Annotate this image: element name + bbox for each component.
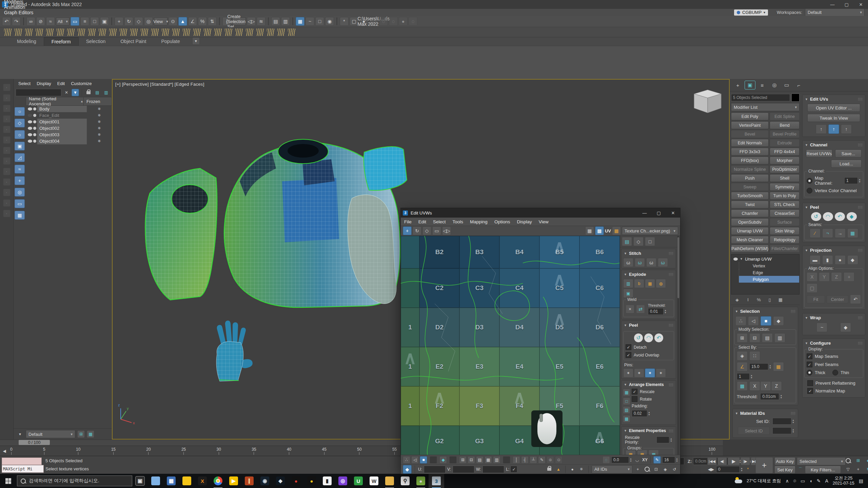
modifier-button[interactable]: OpenSubdiv [731,218,769,226]
panel-scrollbar[interactable] [677,236,679,455]
freeform-tool-icon[interactable] [214,28,222,36]
align-axis-button[interactable]: X [807,272,817,282]
tweak-in-view-button[interactable]: Tweak In View [807,114,860,122]
uv-face-mode-icon[interactable]: ■ [420,456,427,464]
dialog-close-button[interactable]: ✕ [666,209,680,217]
dock-tool-icon[interactable]: · [3,168,11,175]
separator[interactable] [449,456,457,464]
freeform-tool-icon[interactable] [162,28,169,36]
create-tab[interactable]: + [732,81,743,89]
frozen-column-header[interactable]: Frozen [83,97,112,105]
field-of-view-icon[interactable]: ▽ [844,466,852,473]
stitch-source-icon[interactable]: ω [635,258,645,267]
modify-tab[interactable]: ▣ [745,81,755,89]
freeform-tool-icon[interactable] [67,28,75,36]
visibility-eye-icon[interactable] [28,114,32,117]
ring-icon[interactable]: ▥ [774,333,785,343]
modifier-button[interactable]: VertexPaint [731,121,769,129]
dialog-menu-item[interactable]: Tools [449,219,467,224]
loop-icon[interactable]: ▤ [762,333,773,343]
modifier-button[interactable]: Edit Spline [770,113,800,120]
align-icon[interactable]: ≋ [257,17,265,26]
align-normal-icon[interactable]: + [844,272,854,282]
undo-icon[interactable]: ↶ [2,17,11,26]
frozen-icon[interactable] [97,133,102,137]
thick-radio[interactable] [807,370,812,375]
stitch-custom-icon[interactable]: ω [646,258,656,267]
uv-edge-mode-icon[interactable]: ◁ [411,456,419,464]
smoothing-group-spinner[interactable]: 1▲▼ [737,373,753,380]
light-toggle-3-icon[interactable]: ● [399,17,408,26]
ribbon-tab[interactable]: Object Paint [113,37,154,46]
light-toggle-2-icon[interactable]: ◌ [389,17,398,26]
ignore-backfacing-icon[interactable]: ∷ [749,351,760,361]
dialog-menu-item[interactable]: Display [513,219,535,224]
ribbon-tab[interactable]: Modeling [9,37,44,46]
pan-icon[interactable]: + [634,466,642,473]
selection-filter-dropdown[interactable]: All [56,17,70,25]
modifier-button[interactable]: Extrude [770,139,800,147]
dialog-minimize-button[interactable]: — [637,209,652,217]
uv-scale-icon[interactable]: ◇ [422,226,431,235]
taskbar-search[interactable]: 검색하려면 여기에 입력하십시오. [17,475,132,486]
polygon-mode-icon[interactable]: ■ [761,316,771,326]
dialog-menu-item[interactable]: Select [430,219,449,224]
freeform-tool-icon[interactable] [267,28,274,36]
modifier-button[interactable]: Bevel [731,130,769,138]
rescale-checkbox[interactable] [632,389,637,394]
modifier-button[interactable]: Edit Normals [731,139,769,147]
ribbon-options-icon[interactable]: ▾ [192,37,200,45]
object-name[interactable]: Object003 [37,131,87,138]
explorer-menu-item[interactable]: Display [34,80,54,87]
axis-button[interactable]: Z [771,381,782,391]
edge-shrink-icon[interactable]: ┴ [530,456,537,464]
normalize-map-checkbox[interactable] [807,388,813,394]
explorer-menu-item[interactable]: Select [16,80,33,87]
uv-editor-canvas[interactable]: B2B3B4B5B6C2C3C4C5C61D2D3D4D5D61E2E3E4E5… [401,236,620,455]
explorer-preset-dropdown[interactable]: Default [26,430,75,438]
go-to-start-button[interactable]: |◀◀ [707,457,717,465]
angle-snap-icon[interactable]: ∠ [188,17,197,26]
visibility-eye-icon[interactable] [28,127,32,130]
window-crossing-icon[interactable]: ▣ [100,17,109,26]
make-unique-icon[interactable]: % [755,296,763,303]
app-notepad[interactable] [148,474,163,488]
app-wacom[interactable]: W [366,474,382,488]
viewport-label[interactable]: [+] [Perspective] [Standard*] [Edged Fac… [115,82,204,87]
element-by-icon[interactable]: ◆ [773,316,784,326]
stitch-header[interactable]: ▼Stitch [622,249,676,257]
wrap-header[interactable]: ▼Wrap [803,313,865,321]
freeform-tool-icon[interactable] [183,28,190,36]
modifier-button[interactable]: Bend [770,121,800,129]
previous-frame-button[interactable]: ◀| [717,457,727,465]
select-loop-icon[interactable]: ▤ [476,456,484,464]
visibility-eye-icon[interactable] [28,140,32,143]
stack-modifier[interactable]: Unwrap UVW [745,257,772,262]
modifier-button[interactable]: TurboSmooth [731,192,769,200]
element-properties-header[interactable]: ▼Element Properties [622,427,676,434]
hide-icon[interactable]: ▲ [555,466,562,473]
app-file-explorer[interactable] [382,474,397,488]
flatten-by-material-icon[interactable]: ◍ [656,279,666,288]
layer-explorer-icon[interactable]: ▥ [281,17,290,26]
scene-object-row[interactable]: Object003 [26,131,112,138]
box-map-icon[interactable]: ◆ [847,255,858,265]
create-selection-set-dropdown[interactable]: Create Selection Set [232,17,246,25]
separator[interactable] [503,456,510,464]
freeform-tool-icon[interactable] [4,28,12,36]
threshold-spinner[interactable]: 0.01cm▲▼ [760,393,782,400]
object-name-field[interactable]: 5 Objects Selected [731,94,790,101]
prevent-reflattening-checkbox[interactable] [807,380,813,386]
expand-all-icon[interactable]: ▤ [94,89,101,96]
frozen-icon[interactable] [97,126,102,131]
display-lights-icon[interactable]: ☼ [15,130,25,139]
object-name[interactable]: Body [37,106,87,112]
maximize-button[interactable]: ▢ [840,0,854,9]
dock-tool-icon[interactable]: · [3,157,11,165]
modifier-button[interactable]: Turn to Poly [770,192,800,200]
modifier-button[interactable]: FFD 3x3x3 [731,148,769,156]
orbit-icon[interactable]: ↻ [865,466,868,473]
spline-map-icon[interactable]: ~ [816,323,827,332]
tray-pen-icon[interactable]: ✎ [817,478,821,484]
explode-header[interactable]: ▼Explode [622,270,676,278]
